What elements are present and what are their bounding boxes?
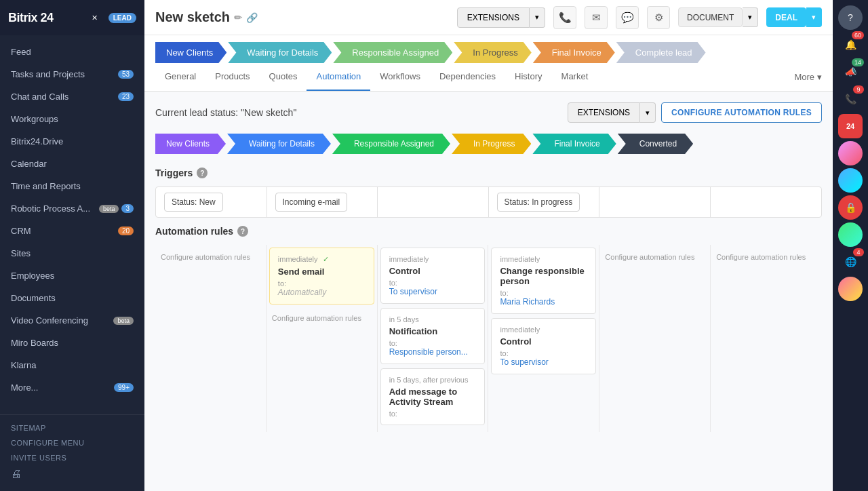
rule-card-notification[interactable]: in 5 days Notification to: Responsible p… [380, 308, 486, 364]
rules-help-icon[interactable]: ? [237, 226, 248, 237]
sidebar-item-workgroups[interactable]: Workgroups [0, 108, 144, 130]
tab-general[interactable]: General [155, 63, 205, 91]
rule-card-change-responsible[interactable]: immediately Change responsible person to… [491, 248, 596, 314]
sidebar-item-employees[interactable]: Employees [0, 264, 144, 287]
config-link-col4[interactable]: Configure automation rules [602, 248, 707, 267]
link-icon[interactable]: 🔗 [246, 12, 258, 23]
trigger-cell-1: Incoming e-mail [267, 187, 378, 217]
phone-icon-btn[interactable]: 📞 [553, 6, 576, 29]
rule-card-add-message[interactable]: in 5 days, after previous Add message to… [380, 368, 486, 425]
tab-more[interactable]: More ▾ [794, 63, 822, 91]
extensions-button[interactable]: EXTENSIONS [457, 7, 530, 28]
pipeline-step-waiting[interactable]: Waiting for Details [228, 42, 332, 63]
globe-btn[interactable]: 🌐 4 [838, 250, 863, 274]
ext-main-btn[interactable]: EXTENSIONS [568, 102, 640, 123]
notification-btn[interactable]: 🔔 60 [838, 33, 863, 57]
tab-workflows[interactable]: Workflows [370, 63, 430, 91]
config-link-col5[interactable]: Configure automation rules [713, 248, 819, 267]
document-dropdown-arrow[interactable]: ▾ [743, 7, 758, 27]
sidebar-item-tasks[interactable]: Tasks and Projects 53 [0, 63, 144, 85]
extensions-dropdown-arrow[interactable]: ▾ [530, 7, 545, 28]
rule-to-value[interactable]: Responsible person... [389, 347, 477, 357]
tab-automation[interactable]: Automation [307, 63, 370, 91]
avatar-2[interactable] [838, 168, 863, 193]
sidebar-item-more[interactable]: More... 99+ [0, 376, 144, 399]
tab-dependencies[interactable]: Dependencies [430, 63, 505, 91]
sitemap-link[interactable]: SITEMAP [11, 420, 134, 435]
rule-to-value[interactable]: To supervisor [500, 357, 587, 367]
pipeline-step-responsible[interactable]: Responsible Assigned [333, 42, 452, 63]
tab-history[interactable]: History [505, 63, 551, 91]
sidebar-item-documents[interactable]: Documents [0, 287, 144, 309]
config-link-col0[interactable]: Configure automation rules [158, 248, 263, 267]
rule-to-value[interactable]: Automatically [278, 288, 366, 297]
sidebar-item-crm[interactable]: CRM 20 [0, 220, 144, 242]
deal-button[interactable]: DEAL [766, 7, 806, 27]
rule-to-value[interactable]: To supervisor [389, 287, 477, 296]
tab-market[interactable]: Market [552, 63, 598, 91]
right-panel: ? 🔔 60 📣 14 📞 9 24 🔒 🌐 4 [833, 0, 868, 491]
avatar-3[interactable] [838, 222, 863, 247]
stage-final-invoice[interactable]: Final Invoice [532, 134, 616, 154]
tab-products[interactable]: Products [205, 63, 259, 91]
trigger-chip-1[interactable]: Incoming e-mail [275, 193, 348, 212]
document-button[interactable]: DOCUMENT [678, 7, 743, 27]
rule-col-4: Configure automation rules [599, 245, 711, 432]
chevron-down-icon: ▾ [817, 72, 822, 82]
config-link-col1[interactable]: Configure automation rules [269, 309, 374, 328]
broadcast-btn[interactable]: 📣 14 [838, 60, 863, 84]
email-icon-btn[interactable]: ✉ [585, 6, 608, 29]
pipeline-step-final-invoice[interactable]: Final Invoice [533, 42, 615, 63]
ext-arrow-btn[interactable]: ▾ [640, 102, 656, 123]
help-btn[interactable]: ? [838, 5, 863, 30]
stage-responsible[interactable]: Responsible Assigned [332, 134, 450, 154]
sidebar-item-video[interactable]: Video Conferencing beta [0, 309, 144, 332]
trigger-chip-3[interactable]: Status: In progress [497, 193, 580, 212]
rule-timing: in 5 days [389, 315, 477, 323]
settings-icon-btn[interactable]: ⚙ [647, 6, 670, 29]
lead-close-icon[interactable]: ✕ [92, 14, 98, 22]
pipeline-step-new-clients[interactable]: New Clients [155, 42, 226, 63]
rule-card-control[interactable]: immediately Control to: To supervisor [380, 248, 486, 304]
deal-dropdown-arrow[interactable]: ▾ [806, 7, 822, 27]
trigger-chip-0[interactable]: Status: New [164, 193, 223, 212]
top-pipeline: New Clients Waiting for Details Responsi… [144, 35, 833, 63]
triggers-help-icon[interactable]: ? [197, 168, 208, 178]
stage-waiting[interactable]: Waiting for Details [227, 134, 331, 154]
trigger-cell-5 [711, 187, 822, 217]
sidebar-item-klarna[interactable]: Klarna [0, 354, 144, 376]
configure-menu-link[interactable]: CONFIGURE MENU [11, 435, 134, 450]
rule-to-value[interactable]: Maria Richards [500, 297, 587, 307]
sidebar-item-chat[interactable]: Chat and Calls 23 [0, 85, 144, 108]
stage-converted[interactable]: Converted [618, 134, 693, 154]
sidebar-item-calendar[interactable]: Calendar [0, 153, 144, 175]
avatar-1[interactable] [838, 141, 863, 165]
rule-name: Change responsible person [500, 266, 587, 286]
stage-in-progress[interactable]: In Progress [452, 134, 531, 154]
sidebar-item-miro[interactable]: Miro Boards [0, 332, 144, 354]
triggers-row: Status: New Incoming e-mail Status: In p… [155, 186, 822, 218]
rule-card-send-email[interactable]: immediately ✓ Send email to: Automatical… [269, 248, 374, 305]
sidebar-item-time[interactable]: Time and Reports [0, 175, 144, 197]
sidebar-item-drive[interactable]: Bitrix24.Drive [0, 130, 144, 153]
chat-icon-btn[interactable]: 💬 [616, 6, 639, 29]
rule-card-control-2[interactable]: immediately Control to: To supervisor [491, 318, 596, 374]
invite-users-link[interactable]: INVITE USERS [11, 450, 134, 465]
stage-new-clients[interactable]: New Clients [155, 134, 226, 154]
sidebar-item-feed[interactable]: Feed [0, 41, 144, 63]
lead-badge[interactable]: LEAD [108, 13, 136, 23]
sidebar-item-sites[interactable]: Sites [0, 242, 144, 264]
pipeline-step-complete[interactable]: Complete lead [616, 42, 706, 63]
b24-btn[interactable]: 24 [838, 114, 863, 138]
tab-quotes[interactable]: Quotes [260, 63, 307, 91]
lock-btn[interactable]: 🔒 [838, 195, 863, 220]
configure-automation-btn[interactable]: CONFIGURE AUTOMATION RULES [661, 102, 822, 123]
print-icon[interactable]: 🖨 [11, 468, 134, 480]
sidebar-item-robotic[interactable]: Robotic Process A... beta 3 [0, 197, 144, 220]
phone-btn[interactable]: 📞 9 [838, 87, 863, 111]
edit-icon[interactable]: ✏ [234, 12, 242, 23]
pipeline-step-in-progress[interactable]: In Progress [454, 42, 531, 63]
rule-timing: immediately [500, 255, 587, 263]
document-split-btn: DOCUMENT ▾ [678, 7, 758, 27]
avatar-4[interactable] [838, 277, 863, 301]
